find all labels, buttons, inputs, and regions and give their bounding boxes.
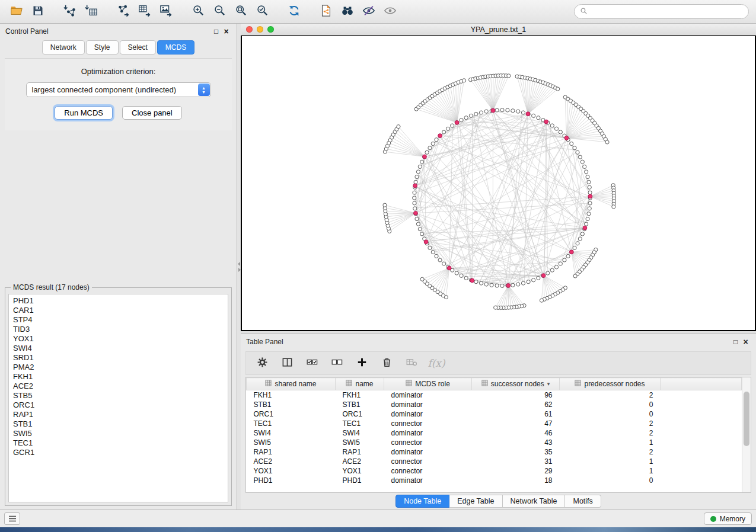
table-cell[interactable]: SWI5 <box>247 438 336 447</box>
table-cell[interactable]: dominator <box>384 476 472 485</box>
table-row[interactable]: FKH1FKH1dominator962 <box>247 390 742 400</box>
table-cell[interactable]: 1 <box>560 466 661 476</box>
save-session-button[interactable] <box>28 3 47 21</box>
table-cell[interactable]: connector <box>384 438 472 447</box>
deselect-all-button[interactable] <box>329 355 344 371</box>
mcds-result-item[interactable]: STB1 <box>13 419 224 429</box>
table-cell[interactable]: TEC1 <box>247 419 336 428</box>
mcds-result-item[interactable]: CAR1 <box>13 306 224 315</box>
table-cell[interactable]: connector <box>384 466 472 476</box>
tab-network[interactable]: Network <box>42 40 85 55</box>
table-cell[interactable]: RAP1 <box>336 447 384 457</box>
close-table-panel-icon[interactable]: × <box>741 337 751 347</box>
open-document-button[interactable] <box>317 3 336 21</box>
table-cell[interactable]: 35 <box>472 447 560 457</box>
table-cell[interactable]: PHD1 <box>336 476 384 485</box>
table-cell[interactable]: 31 <box>472 457 560 466</box>
search-box[interactable] <box>574 4 749 19</box>
table-cell[interactable]: 62 <box>472 400 560 409</box>
mcds-result-item[interactable]: RAP1 <box>13 410 224 419</box>
table-cell[interactable]: STB1 <box>247 400 336 409</box>
mcds-result-item[interactable]: TID3 <box>13 325 224 334</box>
table-row[interactable]: TEC1TEC1connector472 <box>247 419 742 428</box>
mcds-result-item[interactable]: STP4 <box>13 315 224 325</box>
table-cell[interactable]: YOX1 <box>336 466 384 476</box>
mcds-result-item[interactable]: GCR1 <box>13 448 224 457</box>
table-cell[interactable]: dominator <box>384 390 472 400</box>
table-cell[interactable]: 43 <box>472 438 560 447</box>
column-header-name[interactable]: name <box>336 378 384 390</box>
table-cell[interactable]: 0 <box>560 400 661 409</box>
mcds-result-item[interactable]: YOX1 <box>13 334 224 344</box>
tab-select[interactable]: Select <box>120 40 156 55</box>
table-cell[interactable]: 0 <box>560 476 661 485</box>
close-panel-button[interactable]: Close panel <box>122 106 182 120</box>
table-cell[interactable]: 2 <box>560 428 661 438</box>
table-cell[interactable]: STB1 <box>336 400 384 409</box>
network-canvas[interactable] <box>241 36 756 331</box>
table-cell[interactable]: FKH1 <box>336 390 384 400</box>
column-header-predecessor-nodes[interactable]: predecessor nodes <box>560 378 661 390</box>
float-panel-icon[interactable]: □ <box>211 27 221 36</box>
network-titlebar[interactable]: YPA_prune.txt_1 <box>241 24 756 36</box>
tab-node-table[interactable]: Node Table <box>395 495 449 508</box>
mcds-result-item[interactable]: PMA2 <box>13 363 224 372</box>
zoom-out-button[interactable] <box>210 3 229 21</box>
table-cell[interactable]: dominator <box>384 447 472 457</box>
table-row[interactable]: SWI4SWI4dominator462 <box>247 428 742 438</box>
table-row[interactable]: YOX1YOX1connector291 <box>247 466 742 476</box>
panel-menu-button[interactable] <box>4 512 20 525</box>
table-scrollbar[interactable] <box>742 377 751 492</box>
table-cell[interactable]: 2 <box>560 419 661 428</box>
mcds-result-item[interactable]: SRD1 <box>13 353 224 363</box>
table-cell[interactable]: 0 <box>560 409 661 419</box>
table-cell[interactable]: ORC1 <box>247 409 336 419</box>
network-graph[interactable] <box>242 36 755 330</box>
show-eye-button[interactable] <box>381 3 400 21</box>
table-cell[interactable]: connector <box>384 457 472 466</box>
table-cell[interactable]: 1 <box>560 438 661 447</box>
table-row[interactable]: ACE2ACE2connector311 <box>247 457 742 466</box>
column-header-successor-nodes[interactable]: successor nodes▾ <box>472 378 560 390</box>
mcds-result-item[interactable]: FKH1 <box>13 372 224 382</box>
optimization-criterion-dropdown[interactable]: largest connected component (undirected)… <box>26 82 211 97</box>
table-cell[interactable]: connector <box>384 419 472 428</box>
search-network-button[interactable] <box>338 3 357 21</box>
table-row[interactable]: ORC1ORC1dominator610 <box>247 409 742 419</box>
table-row[interactable]: PHD1PHD1dominator180 <box>247 476 742 485</box>
table-cell[interactable]: 2 <box>560 390 661 400</box>
mcds-result-item[interactable]: TEC1 <box>13 438 224 448</box>
table-cell[interactable]: TEC1 <box>336 419 384 428</box>
table-cell[interactable]: ACE2 <box>336 457 384 466</box>
table-cell[interactable]: 47 <box>472 419 560 428</box>
delete-row-button[interactable] <box>379 355 394 371</box>
memory-button[interactable]: Memory <box>704 512 752 525</box>
table-cell[interactable]: dominator <box>384 409 472 419</box>
table-cell[interactable]: SWI4 <box>336 428 384 438</box>
maximize-window-icon[interactable] <box>267 26 274 33</box>
zoom-fit-button[interactable] <box>231 3 250 21</box>
open-folder-button[interactable] <box>7 3 26 21</box>
table-cell[interactable]: FKH1 <box>247 390 336 400</box>
column-layout-button[interactable] <box>279 355 295 371</box>
table-cell[interactable]: 18 <box>472 476 560 485</box>
table-cell[interactable]: PHD1 <box>247 476 336 485</box>
table-cell[interactable]: 1 <box>560 457 661 466</box>
tab-mcds[interactable]: MCDS <box>157 40 194 55</box>
table-cell[interactable]: 29 <box>472 466 560 476</box>
table-cell[interactable]: 61 <box>472 409 560 419</box>
close-panel-icon[interactable]: × <box>221 27 231 36</box>
table-row[interactable]: RAP1RAP1dominator352 <box>247 447 742 457</box>
select-all-button[interactable] <box>304 355 320 371</box>
tab-motifs[interactable]: Motifs <box>565 495 601 508</box>
table-cell[interactable]: RAP1 <box>247 447 336 457</box>
mcds-result-item[interactable]: SWI5 <box>13 429 224 438</box>
mcds-result-item[interactable]: ORC1 <box>13 400 224 410</box>
table-cell[interactable]: SWI4 <box>247 428 336 438</box>
minimize-window-icon[interactable] <box>257 26 263 33</box>
scrollbar-thumb[interactable] <box>744 392 749 446</box>
mcds-result-item[interactable]: PHD1 <box>13 296 224 306</box>
refresh-layout-button[interactable] <box>285 3 304 21</box>
tab-network-table[interactable]: Network Table <box>503 495 566 508</box>
hide-panels-button[interactable] <box>359 3 378 21</box>
